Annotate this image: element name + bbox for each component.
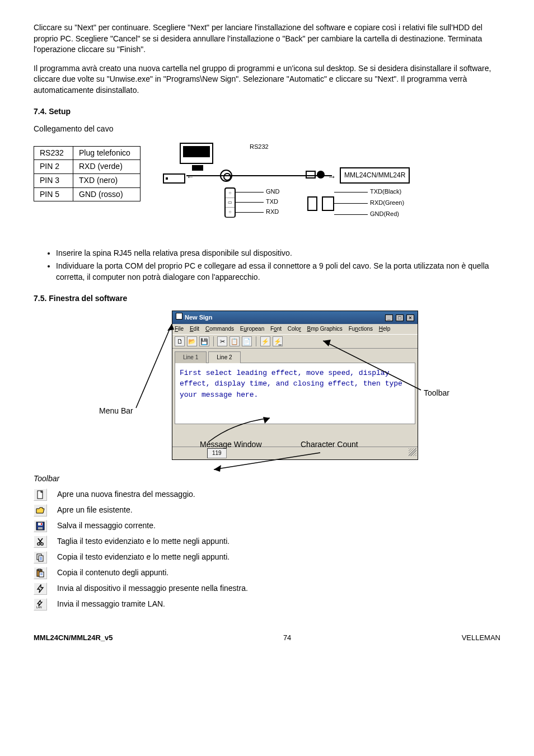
menu-font[interactable]: Font — [270, 326, 282, 332]
svg-point-15 — [41, 543, 43, 545]
toolbar-row: Copia il contenuto degli appunti. — [34, 567, 500, 579]
message-window[interactable]: First select leading effect, move speed,… — [175, 363, 415, 424]
toolbar-row: Salva il messaggio corrente. — [34, 520, 500, 532]
txd-black-label: TXD(Black) — [370, 187, 401, 196]
pc-box-icon — [163, 173, 185, 184]
lan-send-icon: LAN — [34, 598, 47, 611]
table-row: PIN 5GND (rosso) — [34, 187, 140, 201]
rs232-label: RS232 — [250, 143, 269, 151]
paste-icon[interactable]: 📄 — [242, 336, 252, 346]
toolbar-row: LAN Invia il messaggio tramite LAN. — [34, 598, 500, 611]
minimize-button[interactable]: _ — [385, 314, 393, 321]
device-label: MML24CN/MML24R — [340, 167, 410, 184]
connector-icon — [317, 171, 325, 179]
toolbar-desc: Copia il testo evidenziato e lo mette ne… — [57, 552, 229, 563]
toolbar-descriptions: Apre una nuova finestra del messaggio. A… — [34, 489, 500, 611]
table-row: PIN 2RXD (verde) — [34, 160, 140, 174]
software-window: New Sign _ □ × File Edit Commands Europe… — [172, 311, 418, 459]
toolbar-subheading: Toolbar — [34, 473, 500, 485]
software-heading: 7.5. Finestra del software — [34, 293, 500, 304]
page-footer: MML24CN/MML24R_v5 74 VELLEMAN — [34, 633, 500, 643]
svg-line-0 — [136, 324, 172, 408]
intro-paragraph-1: Cliccare su "Next" per continuare. Scegl… — [34, 22, 500, 55]
footer-right: VELLEMAN — [462, 633, 500, 643]
cut-icon[interactable]: ✂ — [217, 336, 227, 346]
cut-icon — [34, 536, 47, 548]
menu-functions[interactable]: Functions — [349, 326, 373, 332]
annotation-character-count: Character Count — [301, 439, 358, 450]
svg-rect-10 — [38, 527, 43, 529]
toolbar-row: Apre un file esistente. — [34, 504, 500, 516]
rxd-label: RXD — [266, 208, 279, 216]
connector-icon — [306, 171, 316, 179]
menu-bar[interactable]: File Edit Commands European Font Color B… — [172, 324, 418, 334]
pin-table: RS232Plug telefonico PIN 2RXD (verde) PI… — [34, 146, 140, 201]
menu-help[interactable]: Help — [379, 326, 391, 332]
toolbar-row: Invia al dispositivo il messaggio presen… — [34, 583, 500, 595]
menu-color[interactable]: Color — [288, 326, 301, 332]
toolbar-row: Copia il testo evidenziato e lo mette ne… — [34, 551, 500, 564]
window-title: New Sign — [185, 314, 213, 321]
toolbar-desc: Apre un file esistente. — [57, 505, 133, 516]
toolbar-row: Apre una nuova finestra del messaggio. — [34, 489, 500, 501]
menu-file[interactable]: File — [175, 326, 184, 332]
footer-left: MML24CN/MML24R_v5 — [34, 633, 113, 643]
cable-diagram: ← RS232 → MML24CN/MML24R ○▭○ GND TXD RXD… — [157, 143, 437, 238]
close-button[interactable]: × — [406, 314, 414, 321]
toolbar-desc: Apre una nuova finestra del messaggio. — [57, 489, 195, 500]
open-icon[interactable]: 📂 — [187, 336, 197, 346]
svg-text:LAN: LAN — [36, 605, 42, 609]
tab-line2[interactable]: Line 2 — [208, 351, 240, 363]
setup-heading: 7.4. Setup — [34, 106, 500, 118]
svg-marker-6 — [214, 465, 221, 472]
tab-line1[interactable]: Line 1 — [175, 351, 207, 363]
window-titlebar: New Sign _ □ × — [172, 311, 418, 323]
menu-bmp[interactable]: Bmp Graphics — [307, 326, 343, 332]
intro-paragraph-2: Il programma avrà creato una nuova carte… — [34, 63, 500, 96]
list-item: Individuare la porta COM del proprio PC … — [56, 261, 500, 283]
toolbar-desc: Invia il messaggio tramite LAN. — [57, 599, 165, 610]
new-icon[interactable]: 🗋 — [175, 336, 185, 346]
send-icon[interactable]: ⚡ — [260, 336, 270, 346]
db9-icon — [322, 196, 334, 211]
open-icon — [34, 504, 47, 516]
svg-point-14 — [38, 543, 40, 545]
list-item: Inserire la spina RJ45 nella relativa pr… — [56, 248, 500, 259]
copy-icon[interactable]: 📋 — [229, 336, 240, 346]
svg-rect-22 — [38, 569, 41, 571]
lan-send-icon[interactable]: ⚡̲ — [273, 336, 283, 346]
table-row: RS232Plug telefonico — [34, 146, 140, 160]
save-icon[interactable]: 💾 — [199, 336, 209, 346]
save-icon — [34, 520, 47, 532]
svg-rect-11 — [41, 523, 42, 525]
annotation-toolbar: Toolbar — [424, 388, 449, 399]
table-row: PIN 3TXD (nero) — [34, 173, 140, 187]
line-tabs: Line 1 Line 2 — [172, 349, 418, 363]
software-figure: New Sign _ □ × File Edit Commands Europe… — [77, 311, 457, 459]
menu-edit[interactable]: Edit — [190, 326, 199, 332]
toolbar-desc: Copia il contenuto degli appunti. — [57, 567, 168, 579]
annotation-message-window: Message Window — [200, 439, 262, 450]
gnd-label: GND — [266, 187, 279, 196]
toolbar: 🗋 📂 💾 ✂ 📋 📄 ⚡ ⚡̲ — [172, 334, 418, 349]
instruction-list: Inserire la spina RJ45 nella relativa pr… — [34, 248, 500, 283]
send-icon — [34, 583, 47, 595]
db9-icon — [307, 196, 317, 211]
footer-page-number: 74 — [283, 633, 291, 643]
paste-icon — [34, 567, 47, 579]
new-icon — [34, 489, 47, 501]
copy-icon — [34, 551, 47, 564]
rxd-green-label: RXD(Green) — [370, 199, 404, 207]
toolbar-row: Taglia il testo evidenziato e lo mette n… — [34, 536, 500, 548]
resize-grip-icon[interactable] — [409, 448, 416, 456]
toolbar-desc: Salva il messaggio corrente. — [57, 520, 156, 532]
menu-commands[interactable]: Commands — [205, 326, 234, 332]
maximize-button[interactable]: □ — [396, 314, 404, 321]
svg-marker-26 — [38, 585, 43, 593]
menu-european[interactable]: European — [240, 326, 264, 332]
arrow-icon — [133, 324, 177, 414]
cable-intro: Collegamento del cavo — [34, 124, 500, 135]
plug-icon — [220, 170, 232, 182]
annotation-menu-bar: Menu Bar — [99, 406, 133, 417]
toolbar-desc: Taglia il testo evidenziato e lo mette n… — [57, 536, 229, 547]
